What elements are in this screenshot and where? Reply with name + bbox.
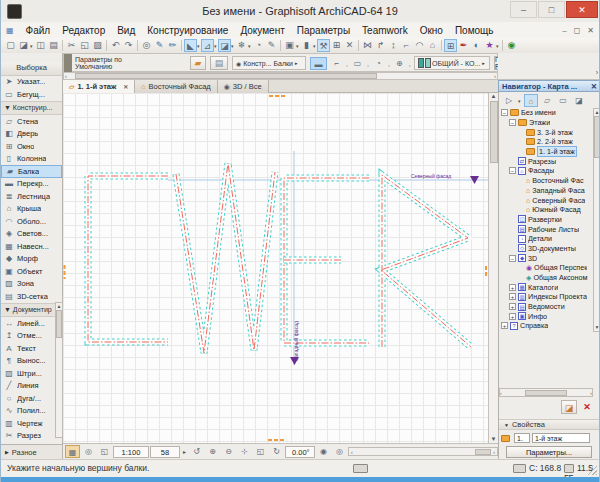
tool-3D-сетка[interactable]: ▤3D-сетка <box>1 290 62 303</box>
mdi-button-0[interactable]: – <box>562 26 566 35</box>
zoom-extra-icon-0[interactable]: ◉ <box>316 445 331 458</box>
tree-item-Детали[interactable]: ◔Детали <box>499 234 593 244</box>
menu-редактор[interactable]: Редактор <box>56 25 111 36</box>
attribute-set-dropdown[interactable]: ОБЩИЙ - КО... ▸ <box>414 56 490 70</box>
toolbar-icon-27[interactable]: ◠ <box>413 39 426 52</box>
toolbox-section-Конструир...[interactable]: ▼ Конструир... <box>1 101 62 116</box>
geometry-method-1[interactable]: ⌐ <box>328 57 345 70</box>
toolbar-icon-7[interactable]: ↶ <box>109 39 122 52</box>
toolbar-icon-2[interactable]: ◫ <box>34 39 47 52</box>
toolbar-icon-31[interactable]: ◐ <box>470 39 483 52</box>
toolbar-icon-1[interactable]: ◪ <box>17 39 30 52</box>
toolbar-icon-5[interactable]: ◱ <box>78 39 91 52</box>
canvas-nav-icon-1[interactable]: ⊕ <box>205 445 220 458</box>
tree-item-Ведомости[interactable]: +▤Ведомости <box>499 302 593 312</box>
tool-Оболо[interactable]: ◠Оболо... <box>1 215 62 228</box>
tree-hscrollbar[interactable]: ‹› <box>499 388 593 397</box>
tree-vscrollbar[interactable]: ▲▼ <box>593 108 600 332</box>
geometry-method-4[interactable]: ⊕ <box>391 57 408 70</box>
toolbar-icon-32[interactable]: ★ <box>483 39 496 52</box>
menu-помощь[interactable]: Помощь <box>449 25 500 36</box>
toolbar-icon-10[interactable]: ✎ <box>153 39 166 52</box>
tool-Вынос[interactable]: ¶Вынос... <box>1 355 62 368</box>
navigator-mode-3[interactable]: ▭ <box>556 94 570 107</box>
navigator-header[interactable]: Навигатор - Карта ... ✕ <box>498 80 600 92</box>
tool-Балка[interactable]: ▰Балка <box>1 165 62 178</box>
toolbox-scrollbar[interactable]: ▲ <box>55 302 63 438</box>
overflow-chevron-icon[interactable]: › <box>596 69 598 76</box>
scale-selector[interactable]: 1:100 <box>113 446 149 458</box>
toolbar-icon-0[interactable]: ▢ <box>4 39 17 52</box>
menu-файл[interactable]: Файл <box>20 25 57 36</box>
properties-header[interactable]: ▼ Свойства <box>499 419 599 430</box>
canvas-nav-icon-5[interactable]: ↻ <box>269 445 284 458</box>
tool-Дверь[interactable]: ◧Дверь <box>1 128 62 141</box>
tool-Навесн[interactable]: ▦Навесн... <box>1 240 62 253</box>
favorites-dropdown[interactable]: ◉ Констр... Балки ▸ <box>232 56 306 70</box>
expand-icon[interactable]: − <box>509 255 516 262</box>
canvas-nav-icon-0[interactable]: ↺ <box>189 445 204 458</box>
tree-item-Западный Фаса[interactable]: ⌂Западный Фаса <box>499 186 593 196</box>
navigator-mode-4[interactable]: ◪ <box>572 94 586 107</box>
tool-Указат[interactable]: ➤Указат... <box>1 76 62 89</box>
viewbar-icon-2[interactable]: ◱ <box>97 445 112 458</box>
tool-Отме[interactable]: ↥Отме... <box>1 330 62 343</box>
toolbar-icon-33[interactable]: ◉ <box>505 39 518 52</box>
tool-Дуга/[interactable]: ○Дуга/... <box>1 392 62 405</box>
tool-Лестница[interactable]: ≣Лестница <box>1 190 62 203</box>
toolbar-icon-15[interactable]: ❄ <box>235 39 248 52</box>
toolbar-icon-8[interactable]: ↷ <box>122 39 135 52</box>
viewbar-icon-0[interactable]: ▦ <box>65 445 80 458</box>
eraser-icon[interactable]: ▰ <box>190 56 206 70</box>
tool-Штри[interactable]: ▧Штри... <box>1 367 62 380</box>
menu-вид[interactable]: Вид <box>111 25 141 36</box>
expand-icon[interactable]: − <box>509 167 516 174</box>
tree-item-3D-документы[interactable]: ◇3D-документы <box>499 244 593 254</box>
floor-plan-canvas[interactable]: Северный фасадЗападный фасад <box>63 93 488 443</box>
tree-item-Развертки[interactable]: ◫Развертки <box>499 215 593 225</box>
toolbar-icon-29[interactable]: ⊞ <box>444 39 457 52</box>
toolbar-caret-icon[interactable]: ▾ <box>496 43 500 49</box>
toolbar-icon-3[interactable]: ▤ <box>47 39 60 52</box>
toolbar-icon-6[interactable]: ▨ <box>91 39 104 52</box>
resize-grip[interactable] <box>588 466 597 475</box>
tool-Полил[interactable]: ∿Полил... <box>1 405 62 418</box>
beam-settings-icon[interactable]: ▤ <box>210 56 228 70</box>
minimize-button[interactable]: – <box>510 1 537 18</box>
tool-Зона[interactable]: ▨Зона <box>1 278 62 291</box>
canvas-nav-icon-4[interactable]: ◱ <box>253 445 268 458</box>
tool-Бегущ[interactable]: ▭Бегущ... <box>1 88 62 101</box>
tool-Чертеж[interactable]: ▥Чертеж <box>1 417 62 430</box>
zoom-extra-icon-1[interactable]: ◎ <box>332 445 347 458</box>
toolbar-icon-11[interactable]: ✏ <box>166 39 179 52</box>
canvas-nav-icon-2[interactable]: ⊖ <box>221 445 236 458</box>
story-number-field[interactable]: 1. <box>514 433 530 443</box>
expand-icon[interactable]: − <box>509 119 516 126</box>
expand-icon[interactable]: + <box>509 284 516 291</box>
tree-item-Разрезы[interactable]: ⇄Разрезы <box>499 156 593 166</box>
maximize-button[interactable]: □ <box>538 1 565 18</box>
menu-параметры[interactable]: Параметры <box>291 25 356 36</box>
delete-icon[interactable]: ✕ <box>579 400 595 414</box>
navigator-mode-1[interactable]: ⌂ <box>524 94 538 107</box>
infobox-scrollbar[interactable]: ‹ › <box>63 72 498 80</box>
tree-item-Инфо[interactable]: +▣Инфо <box>499 311 593 321</box>
navigator-mode-0[interactable]: ▷ <box>502 94 516 107</box>
tool-Перекр[interactable]: ▬Перекр... <box>1 178 62 191</box>
mdi-button-2[interactable]: ✕ <box>587 26 594 35</box>
expand-icon[interactable]: + <box>509 303 516 310</box>
geometry-method-2[interactable]: ▭ <box>349 57 366 70</box>
toolbar-icon-20[interactable]: ⚒ <box>317 39 330 52</box>
navigator-caret-icon[interactable]: ▾ <box>518 98 522 104</box>
tool-Крыша[interactable]: ⌂Крыша <box>1 203 62 216</box>
navigator-close-icon[interactable]: ✕ <box>591 82 597 91</box>
toolbar-icon-18[interactable]: ▣ <box>283 39 296 52</box>
tab-1. 1-й этаж[interactable]: ▱1. 1-й этаж✕ <box>63 80 135 93</box>
menu-окно[interactable]: Окно <box>414 25 449 36</box>
tree-item-Общая Перспек[interactable]: ◉Общая Перспек <box>499 263 593 273</box>
orientation-angle[interactable]: 0.00° <box>285 446 315 458</box>
expand-icon[interactable]: + <box>501 322 508 329</box>
toolbar-icon-24[interactable]: ↱ <box>374 39 387 52</box>
toolbox-section-more[interactable]: ▶ Разное <box>1 444 63 459</box>
tree-item-3. 3-й этаж[interactable]: 3. 3-й этаж <box>499 127 593 137</box>
